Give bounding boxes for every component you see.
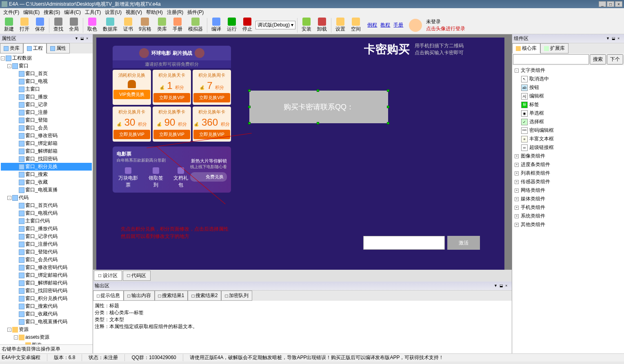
dock-close-icon[interactable]: × xyxy=(617,36,622,41)
tree-item[interactable]: 窗口_会员代码 xyxy=(1,256,92,264)
tree-item[interactable]: -代码 xyxy=(1,194,92,202)
tree-item[interactable]: 窗口_找回密码 xyxy=(1,155,92,163)
tree-item[interactable]: -assets资源 xyxy=(1,333,92,341)
expand-icon[interactable]: - xyxy=(7,64,11,68)
toolbar-证书[interactable]: 证书 xyxy=(121,17,135,33)
toolbar-类库[interactable]: 类库 xyxy=(155,17,169,33)
redeem-button[interactable]: 立即兑换VIP xyxy=(113,130,150,139)
selected-label[interactable]: 购买卡密请联系QQ： xyxy=(249,91,388,123)
expand-icon[interactable]: - xyxy=(1,56,5,60)
tree-item[interactable]: 窗口_电视直播 xyxy=(1,186,92,194)
component-item[interactable]: ◉单选框 xyxy=(513,109,623,118)
maximize-button[interactable]: □ xyxy=(607,1,614,7)
menu-item[interactable]: 视图(V) xyxy=(124,8,144,17)
design-area[interactable]: 卡密购买 用手机扫描下方二维码点击购买输入卡密即可 环球电影 刷片挑战 邀请好友… xyxy=(93,34,512,270)
toolbar-空间[interactable]: 空间 xyxy=(349,17,363,33)
component-item[interactable]: ↖取消选中 xyxy=(513,75,623,83)
component-item[interactable]: 标标签 xyxy=(513,100,623,109)
avatar[interactable] xyxy=(409,19,422,32)
menu-item[interactable]: 文件(F) xyxy=(2,8,21,17)
resize-handle[interactable] xyxy=(248,89,251,92)
minimize-button[interactable]: _ xyxy=(599,1,606,7)
tree-item[interactable]: 主窗口代码 xyxy=(1,217,92,225)
component-item[interactable]: ***密码编辑框 xyxy=(513,126,623,135)
toolbar-9宫格[interactable]: 9宫格 xyxy=(136,17,154,33)
tree-item[interactable]: 窗口_解绑邮箱代码 xyxy=(1,279,92,287)
dock-pin-icon[interactable]: ▼ xyxy=(75,36,80,41)
component-category[interactable]: +手机类组件 xyxy=(513,203,623,212)
tree-item[interactable]: 窗口_收藏代码 xyxy=(1,310,92,318)
tree-item[interactable]: 窗口_搜索 xyxy=(1,171,92,178)
tree-item[interactable]: 窗口_记录 xyxy=(1,101,92,109)
menu-item[interactable]: 编辑(E) xyxy=(22,8,41,17)
next-button[interactable]: 下个 xyxy=(607,54,623,64)
tab-扩展库[interactable]: 扩展库 xyxy=(540,43,568,53)
tab-代码区[interactable]: □ 代码区 xyxy=(123,271,151,281)
component-item[interactable]: ab按钮 xyxy=(513,83,623,92)
output-tab[interactable]: □搜索结果1 xyxy=(155,291,188,301)
tree-item[interactable]: 窗口_找回密码代码 xyxy=(1,287,92,295)
tree-item[interactable]: 窗口_电视 xyxy=(1,78,92,85)
tab-核心库[interactable]: 核心库 xyxy=(512,43,540,53)
component-category[interactable]: +列表框类组件 xyxy=(513,169,623,178)
dock-pin-icon[interactable]: ▼ xyxy=(494,284,499,289)
expand-icon[interactable]: - xyxy=(7,196,11,200)
tree-item[interactable]: 窗口_搜索代码 xyxy=(1,302,92,310)
output-tab[interactable]: □加密队列 xyxy=(221,291,252,301)
toolbar-保存[interactable]: 保存 xyxy=(33,17,47,33)
redeem-button[interactable]: 立即兑换VIP xyxy=(193,93,230,102)
toolbar-停止[interactable]: 停止 xyxy=(240,17,255,33)
link-手册[interactable]: 手册 xyxy=(393,22,403,29)
component-item[interactable]: ≡丰富文本框 xyxy=(513,135,623,143)
component-category[interactable]: +图像类组件 xyxy=(513,152,623,160)
tree-item[interactable]: 窗口_注册 xyxy=(1,109,92,116)
toolbar-新建[interactable]: 新建 xyxy=(2,17,16,33)
tree-item[interactable]: 窗口_首页 xyxy=(1,70,92,78)
expand-icon[interactable]: - xyxy=(14,335,18,340)
tab-属性[interactable]: 属性 xyxy=(47,43,70,53)
resize-handle[interactable] xyxy=(317,89,319,92)
menu-item[interactable]: 注册(R) xyxy=(165,8,185,17)
tree-item[interactable]: 窗口_积分兑换 xyxy=(1,163,92,171)
menu-item[interactable]: 帮助(H) xyxy=(144,8,164,17)
resize-handle[interactable] xyxy=(317,122,319,124)
toolbar-打开[interactable]: 打开 xyxy=(17,17,32,33)
tree-item[interactable]: 窗口_绑定邮箱代码 xyxy=(1,271,92,279)
tab-工程[interactable]: 工程 xyxy=(23,43,47,53)
tree-item[interactable]: 窗口_记录代码 xyxy=(1,233,92,240)
menu-item[interactable]: 设置(U) xyxy=(103,8,123,17)
tree-item[interactable]: 窗口_首页代码 xyxy=(1,202,92,209)
activate-button[interactable]: 激活 xyxy=(447,236,480,250)
tree-item[interactable]: 窗口_解绑邮箱 xyxy=(1,147,92,155)
redeem-button[interactable]: VIP免费兑换 xyxy=(113,90,150,99)
resize-handle[interactable] xyxy=(387,89,389,92)
component-category[interactable]: -文字类组件 xyxy=(513,66,623,75)
redeem-button[interactable]: 立即兑换VIP xyxy=(153,93,190,102)
tree-item[interactable]: 窗口_电视代码 xyxy=(1,209,92,217)
output-tab[interactable]: □输出内容 xyxy=(124,291,154,301)
tree-item[interactable]: 窗口_登陆代码 xyxy=(1,248,92,256)
dock-pin-icon[interactable]: ▼ xyxy=(606,36,611,41)
tree-item[interactable]: 窗口_收藏 xyxy=(1,178,92,186)
menu-item[interactable]: 编译(C) xyxy=(62,8,82,17)
toolbar-取色[interactable]: 取色 xyxy=(85,17,100,33)
tree-item[interactable]: 窗口_登陆 xyxy=(1,116,92,124)
toolbar-编译[interactable]: 编译 xyxy=(209,17,224,33)
link-教程[interactable]: 教程 xyxy=(380,22,390,29)
output-tab[interactable]: □搜索结果2 xyxy=(188,291,221,301)
activate-input[interactable] xyxy=(363,236,445,250)
component-category[interactable]: +传感器类组件 xyxy=(513,178,623,186)
build-mode-dropdown[interactable]: 调试版(Debug) ▾ xyxy=(255,21,296,29)
dock-close-icon[interactable]: × xyxy=(86,36,91,41)
dock-close-icon[interactable]: × xyxy=(505,284,510,289)
tree-item[interactable]: 窗口_修改密码代码 xyxy=(1,264,92,271)
component-category[interactable]: +其他类组件 xyxy=(513,220,623,229)
menu-item[interactable]: 工具(T) xyxy=(83,8,102,17)
promo-button[interactable]: 免费兑换 xyxy=(190,172,227,182)
component-item[interactable]: ✓选择框 xyxy=(513,118,623,126)
component-search-input[interactable] xyxy=(513,54,589,64)
tree-item[interactable]: -工程数据 xyxy=(1,54,92,62)
dock-pin-icon[interactable]: ⬓ xyxy=(500,284,504,289)
toolbar-卸载[interactable]: 卸载 xyxy=(315,17,329,33)
toolbar-设置[interactable]: 设置 xyxy=(333,17,348,33)
